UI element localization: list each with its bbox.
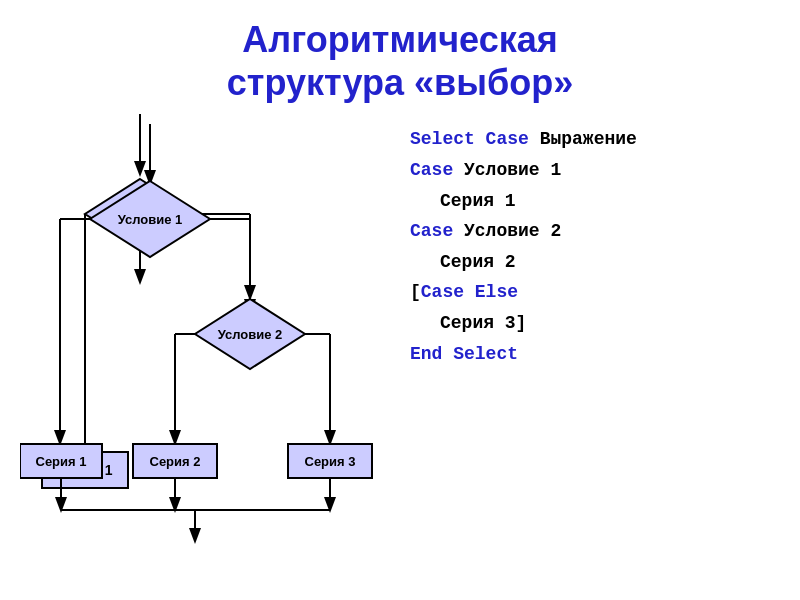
kw-end-select: End Select <box>410 344 518 364</box>
content-area: Условие 1 Серия 1 <box>0 114 800 574</box>
kw-case-else: Case Else <box>421 282 518 302</box>
code-seria2: Серия 2 <box>410 247 637 278</box>
svg-text:Серия 2: Серия 2 <box>150 454 201 469</box>
code-line-5: Серия 2 <box>410 247 637 278</box>
code-seria1: Серия 1 <box>410 186 637 217</box>
code-line-1: Select Case Выражение <box>410 124 637 155</box>
title-line1: Алгоритмическая <box>242 19 557 60</box>
svg-text:Условие 1: Условие 1 <box>118 212 183 227</box>
svg-text:Условие 2: Условие 2 <box>218 327 283 342</box>
title-area: Алгоритмическая структура «выбор» <box>0 0 800 104</box>
kw-case2: Case <box>410 221 453 241</box>
kw-select-case: Select Case <box>410 129 529 149</box>
code-line-3: Серия 1 <box>410 186 637 217</box>
flowchart: Условие 1 Серия 1 <box>20 114 380 574</box>
svg-text:Серия 1: Серия 1 <box>36 454 87 469</box>
code-seria3: Серия 3] <box>410 308 637 339</box>
code-line-6: [Case Else <box>410 277 637 308</box>
code-line-2: Case Условие 1 <box>410 155 637 186</box>
code-bracket-open: [ <box>410 282 421 302</box>
code-expression: Выражение <box>529 129 637 149</box>
code-line-7: Серия 3] <box>410 308 637 339</box>
code-condition2: Условие 2 <box>453 221 561 241</box>
kw-case1: Case <box>410 160 453 180</box>
code-block: Select Case Выражение Case Условие 1 Сер… <box>390 114 637 574</box>
title-line2: структура «выбор» <box>227 62 573 103</box>
code-condition1: Условие 1 <box>453 160 561 180</box>
svg-text:Серия 3: Серия 3 <box>305 454 356 469</box>
code-line-4: Case Условие 2 <box>410 216 637 247</box>
code-line-8: End Select <box>410 339 637 370</box>
page-title: Алгоритмическая структура «выбор» <box>0 18 800 104</box>
